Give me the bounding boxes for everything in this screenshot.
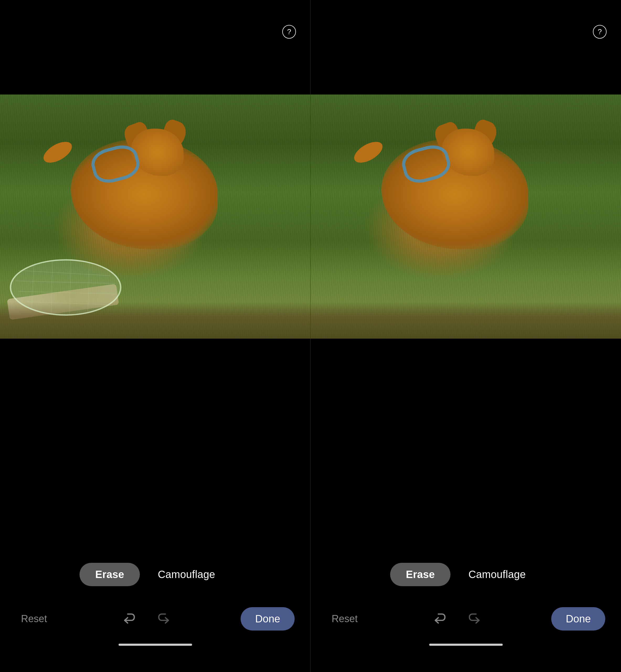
left-help-icon[interactable]: ? <box>282 25 296 39</box>
left-panel: ? <box>0 0 310 672</box>
left-bottom-area: Erase Camouflage Reset <box>0 339 310 672</box>
ground-area-right <box>310 302 621 339</box>
left-erase-button[interactable]: Erase <box>80 563 140 586</box>
lasso-selection-left <box>5 249 131 318</box>
left-done-button[interactable]: Done <box>241 607 295 631</box>
right-bottom-area: Erase Camouflage Reset <box>310 339 621 672</box>
right-done-button[interactable]: Done <box>551 607 605 631</box>
right-home-indicator <box>429 644 503 646</box>
left-bottom-controls: Reset Done <box>0 607 310 631</box>
right-tool-buttons: Erase Camouflage <box>390 563 541 586</box>
left-top-area: ? <box>0 0 310 94</box>
left-redo-button[interactable] <box>155 610 173 628</box>
right-camouflage-button[interactable]: Camouflage <box>453 563 541 586</box>
redo-icon <box>156 611 171 626</box>
right-panel: ? Erase Camouflage Reset <box>310 0 621 672</box>
right-erase-button[interactable]: Erase <box>390 563 451 586</box>
left-undo-button[interactable] <box>120 610 139 628</box>
right-undo-icon <box>433 611 447 626</box>
right-help-icon[interactable]: ? <box>593 25 607 39</box>
left-camouflage-button[interactable]: Camouflage <box>142 563 231 586</box>
left-tool-buttons: Erase Camouflage <box>80 563 231 586</box>
right-redo-icon <box>467 611 482 626</box>
left-reset-button[interactable]: Reset <box>16 610 52 627</box>
left-photo-area[interactable] <box>0 94 310 339</box>
left-undo-redo <box>120 610 173 628</box>
right-undo-button[interactable] <box>431 610 449 628</box>
right-bottom-controls: Reset Done <box>310 607 621 631</box>
right-undo-redo <box>431 610 484 628</box>
svg-point-0 <box>10 260 121 315</box>
right-reset-button[interactable]: Reset <box>326 610 363 627</box>
right-top-area: ? <box>310 0 621 94</box>
left-home-indicator <box>119 644 192 646</box>
right-redo-button[interactable] <box>465 610 484 628</box>
left-photo-background <box>0 94 310 339</box>
right-photo-area[interactable] <box>310 94 621 339</box>
undo-icon <box>122 611 137 626</box>
right-photo-background <box>310 94 621 339</box>
